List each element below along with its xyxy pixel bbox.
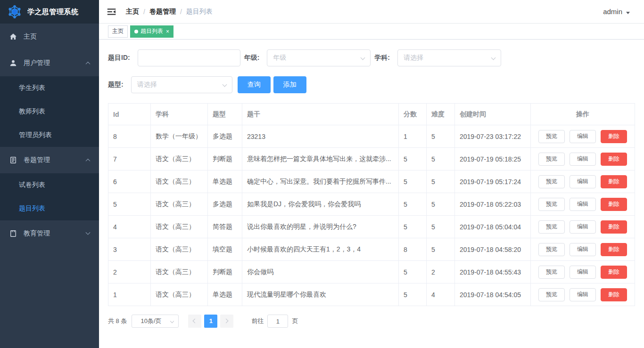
cell-subject: 语文（高三）	[151, 261, 208, 283]
cell-type: 单选题	[208, 170, 242, 193]
sidebar-item-paper-management[interactable]: 卷题管理	[0, 147, 99, 173]
sidebar-subitem[interactable]: 试卷列表	[0, 173, 99, 197]
chevron-up-icon	[86, 61, 91, 66]
subject-label: 学科:	[374, 54, 390, 62]
cell-difficulty: 5	[427, 193, 455, 216]
app-logo: 学之思管理系统	[0, 0, 99, 24]
delete-button[interactable]: 删除	[601, 175, 627, 188]
edit-button[interactable]: 编辑	[570, 130, 596, 143]
preview-button[interactable]: 预览	[538, 130, 565, 143]
cell-created: 2019-07-18 05:22:03	[455, 193, 531, 216]
sidebar-item-home[interactable]: 主页	[0, 24, 99, 50]
cell-stem: 说出你最喜欢的明星，并说明为什么?	[242, 216, 399, 238]
delete-button[interactable]: 删除	[601, 220, 627, 234]
row-actions: 预览编辑删除	[531, 193, 635, 216]
cell-created: 2019-07-18 04:55:43	[455, 261, 531, 283]
next-page-button[interactable]	[220, 315, 233, 328]
breadcrumb-home[interactable]: 主页	[126, 8, 139, 16]
cell-stem: 23213	[242, 125, 399, 148]
logo-network-icon	[8, 5, 22, 19]
preview-button[interactable]: 预览	[538, 243, 565, 256]
subject-select[interactable]: 请选择	[397, 49, 501, 66]
cell-score: 5	[399, 148, 427, 170]
question-id-input[interactable]	[138, 49, 240, 66]
user-icon	[9, 59, 17, 67]
cell-id: 2	[108, 261, 151, 283]
username: admin	[603, 8, 622, 16]
delete-button[interactable]: 删除	[601, 266, 627, 279]
row-actions: 预览编辑删除	[531, 216, 635, 238]
grade-label: 年级:	[244, 54, 260, 62]
edit-button[interactable]: 编辑	[570, 153, 596, 166]
tab-home[interactable]: 主页	[108, 25, 128, 38]
preview-button[interactable]: 预览	[538, 266, 565, 279]
row-actions: 预览编辑删除	[531, 148, 635, 170]
cell-created: 2019-07-18 05:04:04	[455, 216, 531, 238]
breadcrumb: 主页 / 卷题管理 / 题目列表	[126, 8, 213, 16]
goto-page-input[interactable]	[267, 315, 288, 328]
preview-button[interactable]: 预览	[538, 153, 565, 166]
page-number-1[interactable]: 1	[204, 315, 217, 328]
prev-page-button[interactable]	[188, 315, 201, 328]
grade-select[interactable]: 年级	[267, 49, 371, 66]
edit-button[interactable]: 编辑	[570, 266, 596, 279]
edit-button[interactable]: 编辑	[570, 198, 596, 211]
sidebar-item-education-management[interactable]: 教育管理	[0, 220, 99, 247]
goto-label: 前往	[251, 317, 264, 325]
top-navbar: 主页 / 卷题管理 / 题目列表 admin	[99, 0, 644, 24]
column-header: 难度	[427, 104, 455, 125]
breadcrumb-separator: /	[180, 8, 182, 16]
tags-view-bar: 主页 题目列表 ×	[99, 24, 644, 40]
sidebar-subitem[interactable]: 教师列表	[0, 100, 99, 123]
close-icon[interactable]: ×	[166, 29, 169, 34]
grade-select-placeholder: 年级	[273, 54, 286, 62]
table-row: 3语文（高三）填空题小时候最喜欢的四大天王有1，2，3，4852019-07-1…	[108, 238, 635, 261]
question-type-select[interactable]: 请选择	[131, 76, 232, 93]
user-dropdown[interactable]: admin	[603, 8, 630, 16]
delete-button[interactable]: 删除	[601, 198, 627, 211]
column-header: 题干	[242, 104, 399, 125]
delete-button[interactable]: 删除	[601, 243, 627, 256]
edit-button[interactable]: 编辑	[570, 243, 596, 256]
cell-difficulty: 5	[427, 238, 455, 261]
page-content: 题目ID: 年级: 年级 学科: 请选择 题型: 请选择	[99, 40, 644, 348]
preview-button[interactable]: 预览	[538, 288, 565, 301]
preview-button[interactable]: 预览	[538, 198, 565, 211]
add-button[interactable]: 添加	[273, 76, 306, 93]
column-header: 学科	[151, 104, 208, 125]
tab-question-list[interactable]: 题目列表 ×	[130, 25, 173, 38]
cell-subject: 语文（高三）	[151, 193, 208, 216]
preview-button[interactable]: 预览	[538, 175, 565, 188]
chevron-up-icon	[86, 158, 91, 163]
edit-button[interactable]: 编辑	[570, 220, 596, 234]
table-row: 4语文（高三）简答题说出你最喜欢的明星，并说明为什么?552019-07-18 …	[108, 216, 635, 238]
sidebar-collapse-icon[interactable]	[107, 7, 116, 16]
app-title: 学之思管理系统	[27, 8, 79, 16]
preview-button[interactable]: 预览	[538, 220, 565, 234]
table-row: 1语文（高三）单选题现代流量明星哪个你最喜欢542019-07-18 04:54…	[108, 283, 635, 306]
caret-down-icon	[626, 12, 630, 14]
edit-button[interactable]: 编辑	[570, 175, 596, 188]
notebook-icon	[9, 230, 17, 237]
search-button[interactable]: 查询	[238, 76, 271, 93]
breadcrumb-paper-management[interactable]: 卷题管理	[149, 8, 176, 16]
sidebar-subitem[interactable]: 学生列表	[0, 76, 99, 100]
sidebar-subitem[interactable]: 题目列表	[0, 197, 99, 220]
delete-button[interactable]: 删除	[601, 153, 627, 166]
cell-id: 8	[108, 125, 151, 148]
edit-button[interactable]: 编辑	[570, 288, 596, 301]
page-size-select[interactable]: 10条/页	[132, 315, 179, 328]
chevron-down-icon	[491, 56, 496, 60]
sidebar-item-user-management[interactable]: 用户管理	[0, 50, 99, 76]
cell-type: 单选题	[208, 283, 242, 306]
row-actions: 预览编辑删除	[531, 283, 635, 306]
sidebar-subitem[interactable]: 管理员列表	[0, 123, 99, 147]
cell-id: 1	[108, 283, 151, 306]
delete-button[interactable]: 删除	[601, 130, 627, 143]
column-header: Id	[108, 104, 151, 125]
filter-row-1: 题目ID: 年级: 年级 学科: 请选择	[108, 49, 635, 66]
cell-created: 2019-07-18 04:54:05	[455, 283, 531, 306]
pagination: 共 8 条 10条/页 1 前往 页	[108, 315, 635, 328]
delete-button[interactable]: 删除	[601, 288, 627, 301]
cell-difficulty: 5	[427, 125, 455, 148]
